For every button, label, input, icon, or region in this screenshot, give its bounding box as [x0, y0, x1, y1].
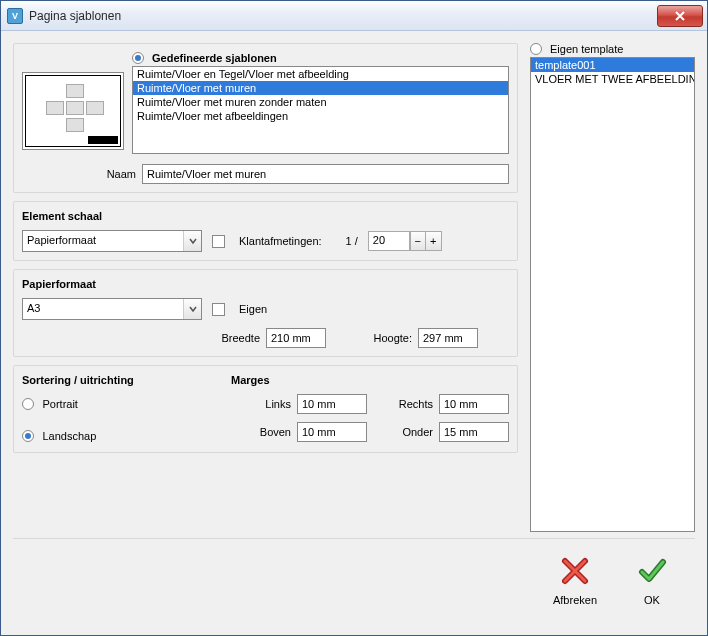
ok-icon [637, 556, 667, 588]
width-label: Breedte [212, 332, 260, 344]
ok-label: OK [644, 594, 660, 606]
cancel-icon [560, 556, 590, 588]
chevron-down-icon [183, 299, 201, 319]
cancel-button[interactable]: Afbreken [553, 556, 597, 606]
list-item[interactable]: VLOER MET TWEE AFBEELDING [531, 72, 694, 86]
list-item[interactable]: Ruimte/Vloer met afbeeldingen [133, 109, 508, 123]
custom-dims-checkbox[interactable] [212, 235, 225, 248]
template-thumbnail [22, 72, 124, 150]
margin-bottom-label: Onder [373, 426, 433, 438]
ratio-value: 20 [368, 231, 410, 251]
paper-combo[interactable]: A3 [22, 298, 202, 320]
defined-templates-list[interactable]: Ruimte/Vloer en Tegel/Vloer met afbeeldi… [132, 66, 509, 154]
margin-right-input[interactable] [439, 394, 509, 414]
margin-left-input[interactable] [297, 394, 367, 414]
close-button[interactable] [657, 5, 703, 27]
element-scale-title: Element schaal [22, 210, 509, 222]
list-item[interactable]: Ruimte/Vloer met muren zonder maten [133, 95, 508, 109]
window-title: Pagina sjablonen [29, 9, 657, 23]
paper-title: Papierformaat [22, 278, 509, 290]
portrait-label: Portrait [42, 398, 77, 410]
margin-top-label: Boven [231, 426, 291, 438]
button-row: Afbreken OK [13, 538, 695, 623]
name-input[interactable] [142, 164, 509, 184]
landscape-label: Landschap [42, 430, 96, 442]
width-field [266, 328, 326, 348]
name-label: Naam [22, 168, 136, 180]
ratio-plus-button[interactable]: + [426, 231, 442, 251]
own-template-radio[interactable] [530, 43, 542, 55]
titlebar: V Pagina sjablonen [1, 1, 707, 31]
list-item[interactable]: Ruimte/Vloer met muren [133, 81, 508, 95]
defined-templates-radio[interactable] [132, 52, 144, 64]
height-label: Hoogte: [352, 332, 412, 344]
paper-custom-checkbox[interactable] [212, 303, 225, 316]
paper-custom-label: Eigen [239, 303, 267, 315]
height-field [418, 328, 478, 348]
sort-title: Sortering / uitrichting [22, 374, 191, 386]
element-scale-section: Element schaal Papierformaat Klantafmeti… [13, 201, 518, 261]
sort-margins-section: Sortering / uitrichting Portrait Landsch… [13, 365, 518, 453]
list-item[interactable]: Ruimte/Vloer en Tegel/Vloer met afbeeldi… [133, 67, 508, 81]
margin-right-label: Rechts [373, 398, 433, 410]
margin-bottom-input[interactable] [439, 422, 509, 442]
ratio-prefix: 1 / [346, 235, 358, 247]
custom-dims-label: Klantafmetingen: [239, 235, 322, 247]
app-icon: V [7, 8, 23, 24]
ratio-spinner[interactable]: 20 − + [368, 231, 442, 251]
landscape-radio[interactable] [22, 430, 34, 442]
ok-button[interactable]: OK [637, 556, 667, 606]
ratio-minus-button[interactable]: − [410, 231, 426, 251]
dialog-window: V Pagina sjablonen [0, 0, 708, 636]
margin-top-input[interactable] [297, 422, 367, 442]
margins-title: Marges [231, 374, 509, 386]
close-icon [675, 11, 685, 21]
cancel-label: Afbreken [553, 594, 597, 606]
scale-combo[interactable]: Papierformaat [22, 230, 202, 252]
defined-templates-label: Gedefineerde sjablonen [152, 52, 277, 64]
list-item[interactable]: template001 [531, 58, 694, 72]
own-template-label: Eigen template [550, 43, 623, 55]
scale-combo-value: Papierformaat [23, 231, 183, 251]
own-templates-list[interactable]: template001VLOER MET TWEE AFBEELDING [530, 57, 695, 532]
paper-section: Papierformaat A3 Eigen Breedte [13, 269, 518, 357]
portrait-radio[interactable] [22, 398, 34, 410]
paper-combo-value: A3 [23, 299, 183, 319]
dialog-body: Gedefineerde sjablonen Ruimte/Vloer en T… [1, 31, 707, 635]
chevron-down-icon [183, 231, 201, 251]
templates-section: Gedefineerde sjablonen Ruimte/Vloer en T… [13, 43, 518, 193]
margin-left-label: Links [231, 398, 291, 410]
